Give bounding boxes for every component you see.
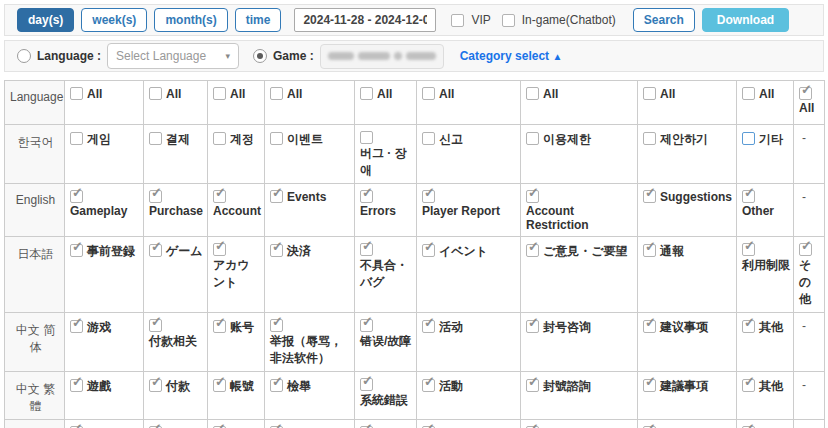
- category-checkbox[interactable]: [70, 190, 83, 203]
- category-checkbox[interactable]: [213, 190, 226, 203]
- category-checkbox[interactable]: [526, 132, 539, 145]
- category-label[interactable]: Player Report: [422, 204, 500, 218]
- game-input-redacted[interactable]: [320, 44, 444, 69]
- category-checkbox[interactable]: [149, 319, 162, 332]
- category-checkbox[interactable]: [422, 132, 435, 145]
- category-checkbox[interactable]: [70, 320, 83, 333]
- select-all-label[interactable]: All: [377, 87, 392, 101]
- category-label[interactable]: ご意見・ご要望: [543, 243, 628, 260]
- category-checkbox[interactable]: [70, 132, 83, 145]
- select-all-checkbox[interactable]: [360, 87, 373, 100]
- category-checkbox[interactable]: [742, 190, 755, 203]
- category-checkbox[interactable]: [149, 190, 162, 203]
- month-range-button[interactable]: month(s): [154, 8, 227, 32]
- select-all-checkbox[interactable]: [422, 87, 435, 100]
- category-checkbox[interactable]: [270, 319, 283, 332]
- category-label[interactable]: 게임: [87, 131, 111, 148]
- select-all-checkbox[interactable]: [526, 87, 539, 100]
- category-checkbox[interactable]: [643, 320, 656, 333]
- category-checkbox[interactable]: [360, 131, 373, 144]
- category-checkbox[interactable]: [526, 244, 539, 257]
- category-checkbox[interactable]: [70, 244, 83, 257]
- category-label[interactable]: Events: [287, 190, 326, 204]
- category-checkbox[interactable]: [643, 244, 656, 257]
- category-label[interactable]: 账号: [230, 319, 254, 336]
- select-all-checkbox[interactable]: [643, 87, 656, 100]
- select-all-checkbox[interactable]: [149, 87, 162, 100]
- category-checkbox[interactable]: [742, 379, 755, 392]
- category-checkbox[interactable]: [270, 379, 283, 392]
- category-label[interactable]: 付款相关: [149, 333, 197, 350]
- select-all-checkbox[interactable]: [799, 87, 812, 100]
- category-label[interactable]: 活动: [439, 319, 463, 336]
- category-checkbox[interactable]: [422, 244, 435, 257]
- category-checkbox[interactable]: [213, 132, 226, 145]
- category-checkbox[interactable]: [213, 243, 226, 256]
- category-checkbox[interactable]: [422, 379, 435, 392]
- category-label[interactable]: 其他: [759, 378, 783, 395]
- category-checkbox[interactable]: [526, 190, 539, 203]
- ingame-checkbox[interactable]: [502, 14, 515, 27]
- category-label[interactable]: 错误/故障: [360, 333, 411, 350]
- select-all-label[interactable]: All: [166, 87, 181, 101]
- category-label[interactable]: 不具合・バグ: [360, 257, 413, 291]
- category-checkbox[interactable]: [742, 132, 755, 145]
- category-label[interactable]: ゲーム: [166, 243, 203, 260]
- select-all-label[interactable]: All: [439, 87, 454, 101]
- category-label[interactable]: 이용제한: [543, 131, 591, 148]
- category-checkbox[interactable]: [422, 320, 435, 333]
- category-label[interactable]: 기타: [759, 131, 783, 148]
- category-label[interactable]: 결제: [166, 131, 190, 148]
- category-label[interactable]: 遊戲: [87, 378, 111, 395]
- category-label[interactable]: イベント: [439, 243, 488, 260]
- vip-checkbox[interactable]: [451, 14, 464, 27]
- category-label[interactable]: Suggestions: [660, 190, 732, 204]
- category-label[interactable]: 제안하기: [660, 131, 708, 148]
- category-checkbox[interactable]: [149, 132, 162, 145]
- category-checkbox[interactable]: [149, 379, 162, 392]
- select-all-label[interactable]: All: [230, 87, 245, 101]
- category-checkbox[interactable]: [270, 132, 283, 145]
- category-label[interactable]: Account Restriction: [526, 204, 634, 232]
- category-checkbox[interactable]: [422, 190, 435, 203]
- category-checkbox[interactable]: [526, 379, 539, 392]
- select-all-label[interactable]: All: [660, 87, 675, 101]
- day-range-button[interactable]: day(s): [17, 8, 74, 32]
- category-checkbox[interactable]: [526, 320, 539, 333]
- category-checkbox[interactable]: [360, 319, 373, 332]
- category-checkbox[interactable]: [799, 243, 812, 256]
- game-radio[interactable]: [253, 49, 267, 63]
- select-all-label[interactable]: All: [759, 87, 774, 101]
- category-label[interactable]: Errors: [360, 204, 396, 218]
- category-label[interactable]: 其他: [759, 319, 783, 336]
- category-checkbox[interactable]: [213, 320, 226, 333]
- category-label[interactable]: アカウント: [213, 257, 261, 291]
- category-label[interactable]: 封号咨询: [543, 319, 591, 336]
- date-range-input[interactable]: [294, 8, 436, 32]
- category-label[interactable]: Other: [742, 204, 774, 218]
- category-label[interactable]: 建议事项: [660, 319, 708, 336]
- category-label[interactable]: 檢舉: [287, 378, 311, 395]
- download-button[interactable]: Download: [702, 8, 789, 32]
- category-checkbox[interactable]: [360, 243, 373, 256]
- select-all-label[interactable]: All: [543, 87, 558, 101]
- category-label[interactable]: 決済: [287, 243, 311, 260]
- category-label[interactable]: 利用制限: [742, 257, 790, 274]
- category-label[interactable]: 举报（辱骂，非法软件）: [270, 333, 351, 367]
- select-all-label[interactable]: All: [87, 87, 102, 101]
- category-label[interactable]: 事前登録: [87, 243, 135, 260]
- select-all-checkbox[interactable]: [742, 87, 755, 100]
- category-checkbox[interactable]: [742, 243, 755, 256]
- category-label[interactable]: Gameplay: [70, 204, 127, 218]
- category-checkbox[interactable]: [643, 190, 656, 203]
- category-label[interactable]: 通報: [660, 243, 684, 260]
- category-checkbox[interactable]: [270, 244, 283, 257]
- category-label[interactable]: 系統錯誤: [360, 392, 408, 409]
- category-label[interactable]: 游戏: [87, 319, 111, 336]
- category-label[interactable]: 계정: [230, 131, 254, 148]
- category-checkbox[interactable]: [149, 244, 162, 257]
- select-all-label[interactable]: All: [287, 87, 302, 101]
- select-all-checkbox[interactable]: [213, 87, 226, 100]
- select-all-checkbox[interactable]: [270, 87, 283, 100]
- category-select-link[interactable]: Category select ▲: [460, 49, 563, 63]
